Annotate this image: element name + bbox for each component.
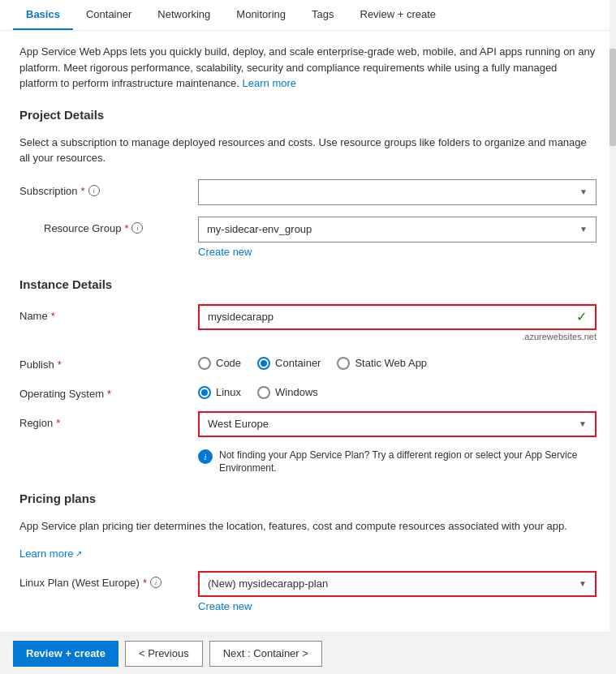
os-linux-option[interactable]: Linux (198, 386, 241, 399)
previous-button[interactable]: < Previous (125, 641, 203, 667)
subscription-info-icon[interactable]: i (88, 185, 100, 196)
tab-monitoring[interactable]: Monitoring (223, 0, 299, 30)
region-dropdown[interactable]: West Europe ▼ (198, 411, 597, 437)
os-row: Operating System * Linux Windows (19, 382, 597, 400)
region-notice-text: Not finding your App Service Plan? Try a… (219, 449, 597, 476)
resource-group-value: my-sidecar-env_group (207, 223, 312, 235)
publish-static-label: Static Web App (355, 357, 427, 369)
tab-basics[interactable]: Basics (13, 0, 73, 30)
linux-plan-required: * (143, 577, 147, 589)
resource-group-required: * (124, 222, 128, 234)
os-linux-radio[interactable] (198, 386, 211, 399)
publish-container-radio[interactable] (257, 357, 270, 370)
bottom-bar: Review + create < Previous Next : Contai… (0, 632, 616, 674)
publish-radio-group: Code Container Static Web App (198, 353, 597, 370)
next-button[interactable]: Next : Container > (209, 641, 322, 667)
region-control: West Europe ▼ i Not finding your App Ser… (198, 411, 597, 481)
resource-group-label: Resource Group * i (19, 217, 198, 234)
region-row: Region * West Europe ▼ i Not finding you… (19, 411, 597, 481)
external-link-icon: ↗ (75, 549, 82, 558)
os-windows-radio[interactable] (257, 386, 270, 399)
linux-plan-info-icon[interactable]: i (150, 577, 162, 588)
pricing-plans-heading: Pricing plans (19, 492, 597, 505)
project-details-heading: Project Details (19, 108, 597, 122)
publish-code-radio[interactable] (198, 357, 211, 370)
publish-container-option[interactable]: Container (257, 357, 321, 370)
project-details-subtext: Select a subscription to manage deployed… (19, 135, 597, 166)
tab-bar: Basics Container Networking Monitoring T… (0, 0, 616, 31)
os-control: Linux Windows (198, 382, 597, 399)
name-row: Name * mysidecarapp ✓ .azurewebsites.net (19, 304, 597, 341)
app-description: App Service Web Apps lets you quickly bu… (19, 44, 597, 92)
tab-networking[interactable]: Networking (144, 0, 223, 30)
subscription-dropdown[interactable]: ▼ (198, 179, 597, 205)
publish-code-option[interactable]: Code (198, 357, 241, 370)
instance-details-heading: Instance Details (19, 277, 597, 291)
resource-group-row: Resource Group * i my-sidecar-env_group … (19, 217, 597, 258)
publish-control: Code Container Static Web App (198, 353, 597, 370)
domain-suffix: .azurewebsites.net (198, 332, 597, 341)
project-details-section: Project Details (19, 108, 597, 122)
name-check-icon: ✓ (576, 309, 587, 324)
publish-code-label: Code (216, 357, 241, 369)
resource-group-info-icon[interactable]: i (131, 222, 143, 234)
os-required: * (107, 388, 111, 400)
subscription-row: Subscription * i ▼ (19, 179, 597, 205)
region-value: West Europe (208, 418, 269, 430)
os-label: Operating System * (19, 382, 198, 400)
publish-static-radio[interactable] (337, 357, 350, 370)
main-content: App Service Web Apps lets you quickly bu… (0, 31, 616, 674)
resource-group-arrow-icon: ▼ (579, 225, 588, 234)
subscription-control: ▼ (198, 179, 597, 205)
linux-plan-label: Linux Plan (West Europe) * i (19, 571, 198, 589)
os-linux-radio-inner (201, 389, 208, 396)
instance-details-section: Instance Details (19, 277, 597, 291)
subscription-arrow-icon: ▼ (579, 187, 588, 196)
publish-required: * (58, 358, 62, 371)
tab-tags[interactable]: Tags (299, 0, 347, 30)
pricing-learn-more-link[interactable]: Learn more ↗ (19, 547, 82, 560)
pricing-plans-section: Pricing plans (19, 492, 597, 505)
region-label: Region * (19, 411, 198, 429)
linux-plan-arrow-icon: ▼ (579, 579, 587, 588)
subscription-required: * (81, 185, 85, 197)
os-radio-group: Linux Windows (198, 382, 597, 399)
publish-container-label: Container (275, 357, 321, 369)
tab-review-create[interactable]: Review + create (347, 0, 450, 30)
name-value: mysidecarapp (208, 311, 274, 323)
publish-label: Publish * (19, 353, 198, 371)
pricing-plans-subtext: App Service plan pricing tier determines… (19, 518, 597, 534)
region-arrow-icon: ▼ (579, 419, 587, 428)
scrollbar-thumb[interactable] (610, 49, 616, 146)
publish-container-radio-inner (261, 360, 267, 367)
region-info-notice: i Not finding your App Service Plan? Try… (198, 444, 597, 481)
publish-static-option[interactable]: Static Web App (337, 357, 427, 370)
resource-group-control: my-sidecar-env_group ▼ Create new (198, 217, 597, 258)
linux-plan-create-new[interactable]: Create new (198, 600, 252, 612)
os-windows-label: Windows (275, 386, 318, 398)
region-required: * (56, 417, 60, 429)
scrollbar[interactable] (610, 0, 616, 674)
subscription-label: Subscription * i (19, 179, 198, 197)
name-input[interactable]: mysidecarapp ✓ (198, 304, 597, 330)
linux-plan-value: (New) mysidecarapp-plan (208, 577, 328, 590)
os-windows-option[interactable]: Windows (257, 386, 318, 399)
region-info-circle-icon: i (198, 449, 213, 464)
resource-group-dropdown[interactable]: my-sidecar-env_group ▼ (198, 217, 597, 243)
learn-more-link-top[interactable]: Learn more (243, 77, 296, 89)
name-control: mysidecarapp ✓ .azurewebsites.net (198, 304, 597, 341)
name-required: * (51, 310, 55, 322)
linux-plan-control: (New) mysidecarapp-plan ▼ Create new (198, 571, 597, 612)
publish-row: Publish * Code Container (19, 353, 597, 371)
name-label: Name * (19, 304, 198, 322)
linux-plan-dropdown[interactable]: (New) mysidecarapp-plan ▼ (198, 571, 597, 597)
linux-plan-row: Linux Plan (West Europe) * i (New) mysid… (19, 571, 597, 612)
resource-group-create-new[interactable]: Create new (198, 246, 252, 258)
os-linux-label: Linux (216, 386, 241, 398)
review-create-button[interactable]: Review + create (13, 641, 118, 667)
tab-container[interactable]: Container (73, 0, 144, 30)
